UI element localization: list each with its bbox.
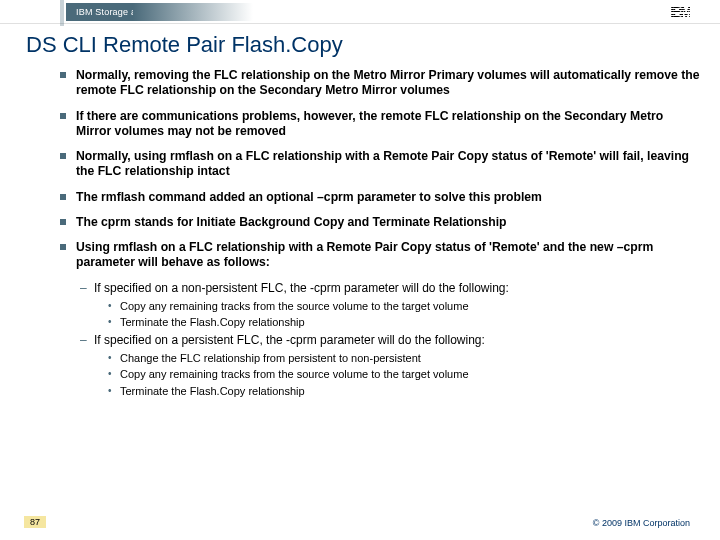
bullet-level3: Change the FLC relationship from persist…: [108, 351, 700, 365]
bullet-level1: Normally, removing the FLC relationship …: [60, 68, 700, 99]
slide-header: IBM Storage and Technology Group IBM: [0, 0, 720, 24]
bullet-level2: If specified on a persistent FLC, the -c…: [80, 333, 700, 348]
bullet-level1: Using rmflash on a FLC relationship with…: [60, 240, 700, 271]
bullet-level3: Copy any remaining tracks from the sourc…: [108, 299, 700, 313]
header-stripe: [60, 0, 64, 26]
slide-footer: 87 © 2009 IBM Corporation: [0, 510, 720, 530]
slide-content: DS CLI Remote Pair Flash.Copy Normally, …: [20, 32, 700, 400]
header-group-label: IBM Storage and Technology Group: [66, 3, 235, 21]
bullet-level3: Terminate the Flash.Copy relationship: [108, 315, 700, 329]
bullet-level3: Copy any remaining tracks from the sourc…: [108, 367, 700, 381]
bullet-level1: Normally, using rmflash on a FLC relatio…: [60, 149, 700, 180]
bullet-list: Normally, removing the FLC relationship …: [60, 68, 700, 398]
ibm-logo: IBM: [670, 4, 690, 20]
bullet-level3: Terminate the Flash.Copy relationship: [108, 384, 700, 398]
slide-title: DS CLI Remote Pair Flash.Copy: [26, 32, 700, 58]
bullet-level1: The rmflash command added an optional –c…: [60, 190, 700, 205]
copyright-text: © 2009 IBM Corporation: [593, 518, 690, 528]
bullet-level1: If there are communications problems, ho…: [60, 109, 700, 140]
page-number: 87: [24, 516, 46, 528]
bullet-level1: The cprm stands for Initiate Background …: [60, 215, 700, 230]
bullet-level2: If specified on a non-persistent FLC, th…: [80, 281, 700, 296]
